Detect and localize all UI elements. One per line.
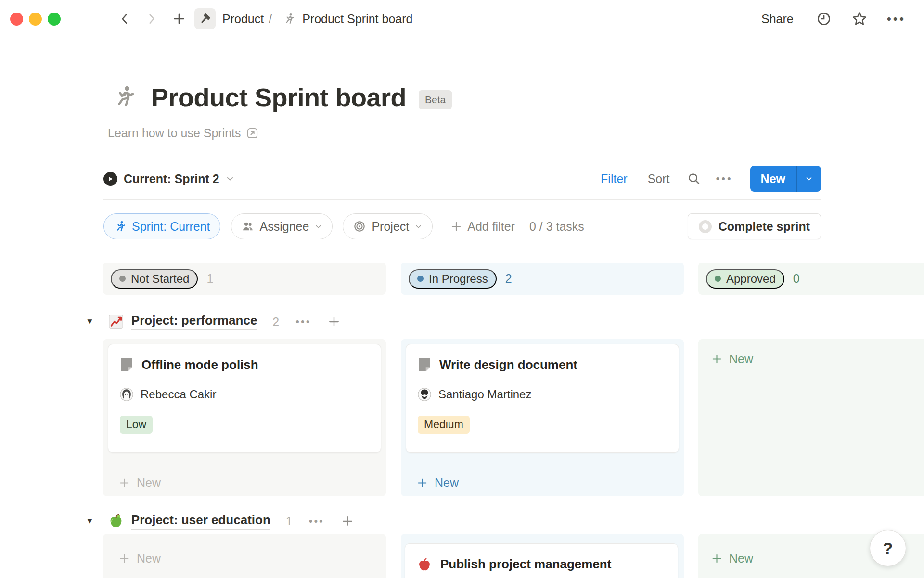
back-icon[interactable] bbox=[118, 12, 131, 26]
topbar-actions: Share ••• bbox=[758, 11, 924, 27]
window-zoom-button[interactable] bbox=[48, 13, 61, 26]
collapse-triangle-icon[interactable]: ▼ bbox=[86, 516, 94, 526]
add-card-label: New bbox=[435, 476, 459, 490]
filter-button[interactable]: Filter bbox=[598, 171, 630, 186]
group-title[interactable]: Project: performance bbox=[131, 313, 257, 330]
status-pill-in-progress[interactable]: In Progress bbox=[409, 269, 497, 289]
view-options-icon[interactable]: ••• bbox=[716, 172, 732, 185]
sprint-runner-icon bbox=[114, 220, 127, 233]
avatar bbox=[418, 388, 431, 401]
priority-badge: Medium bbox=[418, 416, 470, 434]
add-filter-label: Add filter bbox=[467, 220, 515, 234]
view-tab-current-sprint[interactable]: Current: Sprint 2 bbox=[103, 172, 235, 186]
assignee-row: Rebecca Cakir bbox=[120, 388, 369, 401]
group-header-performance: ▼ Project: performance 2 ••• bbox=[86, 311, 344, 332]
favorite-star-icon[interactable] bbox=[851, 11, 868, 27]
chevron-down-icon bbox=[314, 223, 322, 231]
app-window: Product / Product Sprint board Share •••… bbox=[0, 0, 924, 578]
view-bar: Current: Sprint 2 Filter Sort ••• New bbox=[103, 164, 821, 194]
add-card-label: New bbox=[729, 352, 753, 366]
add-card-button[interactable]: New bbox=[708, 551, 756, 566]
help-button[interactable]: ? bbox=[870, 530, 906, 566]
group-count: 2 bbox=[272, 315, 279, 329]
learn-sprints-link[interactable]: Learn how to use Sprints bbox=[108, 126, 259, 140]
runner-icon bbox=[282, 13, 295, 26]
more-options-icon[interactable]: ••• bbox=[887, 12, 906, 26]
page-title: Product Sprint board bbox=[151, 82, 406, 112]
chart-increasing-icon bbox=[107, 313, 125, 330]
column-count: 0 bbox=[793, 272, 800, 286]
add-filter-button[interactable]: Add filter bbox=[447, 219, 518, 234]
add-card-label: New bbox=[137, 552, 161, 565]
card-title: Publish project management bbox=[440, 557, 611, 572]
people-icon bbox=[241, 220, 255, 233]
add-card-button[interactable]: New bbox=[413, 475, 462, 490]
green-apple-icon bbox=[107, 512, 125, 530]
status-pill-approved[interactable]: Approved bbox=[706, 269, 784, 289]
group-add-icon[interactable] bbox=[338, 514, 357, 528]
column-not-started-user-education: New bbox=[103, 534, 386, 578]
group-title[interactable]: Project: user education bbox=[131, 512, 270, 530]
plus-icon bbox=[118, 477, 130, 489]
card-write-design-document[interactable]: Write design document Santiago Martinez … bbox=[406, 344, 679, 453]
breadcrumb-parent[interactable]: Product bbox=[222, 12, 264, 26]
add-card-label: New bbox=[137, 476, 161, 490]
page-runner-icon bbox=[111, 84, 137, 110]
window-close-button[interactable] bbox=[10, 13, 23, 26]
group-header-user-education: ▼ Project: user education 1 ••• bbox=[86, 511, 357, 532]
sprint-filter-pill[interactable]: Sprint: Current bbox=[103, 213, 220, 239]
new-button-dropdown-icon[interactable] bbox=[797, 166, 821, 192]
group-options-icon[interactable]: ••• bbox=[293, 315, 314, 328]
breadcrumb: Product / Product Sprint board bbox=[216, 12, 412, 26]
filter-row: Sprint: Current Assignee Project Add fil… bbox=[103, 213, 821, 239]
hammer-icon bbox=[194, 8, 216, 29]
target-icon bbox=[353, 220, 366, 233]
forward-icon[interactable] bbox=[145, 12, 158, 26]
topbar: Product / Product Sprint board Share ••• bbox=[0, 0, 924, 38]
new-button[interactable]: New bbox=[750, 166, 821, 192]
new-button-label: New bbox=[750, 166, 796, 192]
group-options-icon[interactable]: ••• bbox=[306, 514, 327, 528]
view-label: Current: Sprint 2 bbox=[124, 172, 219, 186]
card-publish-project-management[interactable]: Publish project management bbox=[405, 543, 678, 578]
sprint-filter-label: Sprint: Current bbox=[132, 220, 210, 234]
add-card-button[interactable]: New bbox=[116, 551, 164, 566]
collapse-triangle-icon[interactable]: ▼ bbox=[86, 317, 94, 327]
search-icon[interactable] bbox=[687, 171, 701, 186]
status-label: Approved bbox=[726, 272, 776, 286]
card-offline-mode-polish[interactable]: Offline mode polish Rebecca Cakir Low bbox=[108, 344, 381, 453]
learn-sprints-label: Learn how to use Sprints bbox=[108, 126, 241, 140]
sidebar-menu-icon[interactable] bbox=[87, 13, 104, 25]
breadcrumb-current[interactable]: Product Sprint board bbox=[302, 12, 412, 26]
column-count: 2 bbox=[505, 272, 512, 286]
project-filter-pill[interactable]: Project bbox=[343, 213, 433, 239]
status-dot-icon bbox=[417, 276, 424, 282]
assignee-filter-label: Assignee bbox=[260, 220, 309, 234]
plus-icon bbox=[416, 477, 428, 489]
viewbar-actions: Filter Sort ••• New bbox=[598, 166, 821, 192]
complete-sprint-button[interactable]: Complete sprint bbox=[688, 213, 821, 239]
plus-icon bbox=[711, 552, 723, 565]
new-page-icon[interactable] bbox=[172, 12, 186, 26]
breadcrumb-separator: / bbox=[269, 12, 272, 26]
assignee-row: Santiago Martinez bbox=[418, 388, 667, 401]
page-doc-icon bbox=[120, 357, 133, 372]
add-card-label: New bbox=[729, 552, 753, 565]
add-card-button[interactable]: New bbox=[116, 475, 164, 490]
add-card-button[interactable]: New bbox=[708, 352, 756, 367]
viewbar-divider bbox=[103, 199, 821, 200]
column-in-progress-user-education: Publish project management bbox=[401, 534, 684, 578]
status-dot-icon bbox=[119, 276, 126, 282]
card-title: Offline mode polish bbox=[141, 357, 258, 372]
page-header: Product Sprint board Beta bbox=[111, 77, 452, 118]
updates-clock-icon[interactable] bbox=[816, 11, 832, 27]
share-button[interactable]: Share bbox=[758, 12, 796, 26]
assignee-filter-pill[interactable]: Assignee bbox=[231, 213, 333, 239]
beta-badge: Beta bbox=[419, 90, 452, 109]
column-header-in-progress: In Progress 2 bbox=[401, 263, 684, 295]
sort-button[interactable]: Sort bbox=[645, 171, 673, 186]
window-minimize-button[interactable] bbox=[29, 13, 42, 26]
status-pill-not-started[interactable]: Not Started bbox=[111, 269, 198, 289]
progress-ring-icon bbox=[699, 220, 712, 233]
group-add-icon[interactable] bbox=[324, 315, 344, 329]
